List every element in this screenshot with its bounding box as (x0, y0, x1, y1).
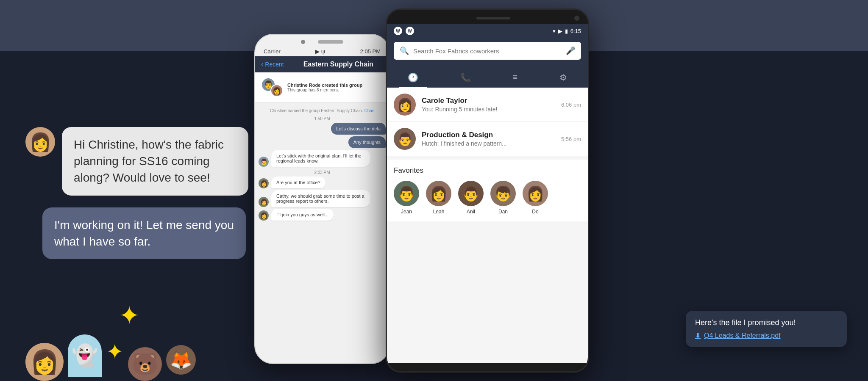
file-notif-link[interactable]: ⬇ Q4 Leads & Referrals.pdf (695, 331, 837, 340)
msg-right-2: Any thoughts (259, 136, 386, 148)
wifi-icon: ▾ (553, 28, 556, 34)
iphone-notch (255, 35, 389, 47)
msg-left-1: 👨 Let's stick with the original plan. I'… (259, 150, 386, 167)
fav-item-leah[interactable]: 👩 Leah (426, 181, 451, 215)
fav-avatar-leah: 👩 (426, 181, 451, 206)
sender-avatar-emoji: 👩 (29, 132, 51, 152)
system-message: Christine named the group Eastern Supply… (259, 108, 386, 113)
tab-phone[interactable]: 📞 (452, 69, 479, 87)
woman-emoji: 👩 (30, 348, 59, 376)
group-members-text: This group has 6 members. (287, 88, 362, 92)
back-arrow-icon[interactable]: ‹ (261, 61, 263, 68)
conv-preview-carole: You: Running 5 minutes late! (422, 106, 555, 113)
msg-left-2: 👩 Are you at the office? (259, 177, 386, 188)
tab-list[interactable]: ≡ (504, 69, 526, 87)
iphone-group-header: 👨 👩 Christine Rode created this group Th… (255, 72, 389, 102)
microphone-icon[interactable]: 🎤 (566, 46, 575, 55)
file-name[interactable]: Q4 Leads & Referrals.pdf (704, 332, 781, 340)
android-status-left: W W (394, 27, 414, 35)
msg-bubble-right-2: Any thoughts (348, 136, 386, 148)
file-notif-message: Here's the file I promised you! (695, 318, 837, 327)
signal-icon: ▶ (558, 28, 562, 34)
character-ghost: 👻 (68, 334, 102, 377)
star-decoration: ✦ (119, 301, 140, 330)
iphone-messages: Christine named the group Eastern Supply… (255, 102, 389, 340)
conversation-item-prod[interactable]: 👨 Production & Design Hutch: I finished … (387, 122, 588, 156)
time-label-1: 1:50 PM (259, 116, 386, 121)
fav-avatar-do: 👩 (523, 181, 548, 206)
tab-settings[interactable]: ⚙ (551, 69, 576, 87)
file-notification: Here's the file I promised you! ⬇ Q4 Lea… (686, 311, 847, 347)
tab-history[interactable]: 🕐 (399, 69, 427, 87)
iphone-carrier: Carrier (264, 48, 281, 55)
sender-avatar: 👩 (25, 127, 55, 157)
characters-row: 👩 👻 ✦ 🐻 🦊 (25, 334, 196, 381)
fav-avatar-jean: 👨 (394, 181, 419, 206)
iphone-time: 2:05 PM (360, 48, 381, 55)
android-logo-2: W (406, 27, 414, 35)
msg-left-avatar-4: 👩 (259, 210, 269, 221)
iphone-nav-back[interactable]: Recent (265, 61, 284, 68)
iphone-speaker (318, 40, 343, 44)
character-bear2: 🦊 (166, 345, 196, 375)
fav-item-do[interactable]: 👩 Do (523, 181, 548, 215)
iphone-wifi: ▶ ψ (315, 48, 325, 55)
outgoing-bubble: I'm working on it! Let me send you what … (42, 207, 271, 259)
group-avatar-2: 👩 (270, 84, 283, 97)
fav-avatar-dan: 👦 (490, 181, 516, 206)
iphone-camera (301, 40, 305, 44)
android-speaker (476, 17, 510, 19)
bear2-emoji: 🦊 (170, 350, 192, 370)
ghost-emoji: 👻 (72, 343, 98, 368)
fav-item-dan[interactable]: 👦 Dan (490, 181, 516, 215)
conv-avatar-carole: 👩 (394, 94, 416, 116)
fav-avatar-anil: 👨 (458, 181, 484, 206)
scene: 👩 Hi Christine, how's the fabric plannin… (0, 0, 868, 381)
msg-left-avatar-1: 👨 (259, 157, 269, 167)
android-camera (574, 16, 579, 21)
fav-item-anil[interactable]: 👨 Anil (458, 181, 484, 215)
conv-avatar-prod: 👨 (394, 128, 416, 150)
conv-info-carole: Carole Taylor You: Running 5 minutes lat… (422, 97, 555, 113)
group-info: Christine Rode created this group This g… (287, 83, 362, 92)
bear1-emoji: 🐻 (132, 352, 158, 376)
msg-left-3: 👩 Cathy, we should grab some time to pos… (259, 190, 386, 207)
character-woman: 👩 (25, 343, 64, 381)
character-bear1: 🐻 (128, 347, 162, 381)
outgoing-bubble-text: I'm working on it! Let me send you what … (42, 207, 246, 259)
android-content: 👩 Carole Taylor You: Running 5 minutes l… (387, 88, 588, 363)
android-status-bar: W W ▾ ▶ ▮ 6:15 (387, 24, 588, 38)
android-tabs: 🕐 📞 ≡ ⚙ (387, 64, 588, 88)
iphone-device: Carrier ▶ ψ 2:05 PM ‹ Recent Eastern Sup… (254, 34, 390, 364)
android-device: W W ▾ ▶ ▮ 6:15 🔍 🎤 🕐 📞 (386, 8, 589, 373)
group-avatars: 👨 👩 (261, 77, 283, 97)
fav-name-anil: Anil (467, 209, 475, 215)
conv-info-prod: Production & Design Hutch: I finished a … (422, 131, 555, 147)
android-search-bar[interactable]: 🔍 🎤 (394, 42, 581, 60)
conv-preview-prod: Hutch: I finished a new pattern... (422, 140, 555, 147)
msg-bubble-left-1: Let's stick with the original plan. I'll… (271, 150, 370, 167)
fav-item-jean[interactable]: 👨 Jean (394, 181, 419, 215)
iphone-nav-bar: ‹ Recent Eastern Supply Chain (255, 56, 389, 72)
android-search-section: 🔍 🎤 (387, 38, 588, 64)
conv-time-prod: 5:56 pm (561, 136, 581, 142)
msg-bubble-left-4: I'll join you guys as well... (271, 209, 334, 221)
msg-bubble-left-3: Cathy, we should grab some time to post … (271, 190, 370, 207)
msg-bubble-left-2: Are you at the office? (271, 177, 326, 188)
battery-icon: ▮ (565, 28, 568, 34)
android-top (387, 10, 588, 24)
android-time: 6:15 (570, 28, 581, 34)
fav-name-do: Do (532, 209, 538, 215)
conversation-item-carole[interactable]: 👩 Carole Taylor You: Running 5 minutes l… (387, 88, 588, 122)
android-logo-1: W (394, 27, 402, 35)
search-input[interactable] (413, 47, 562, 55)
download-icon: ⬇ (695, 331, 701, 340)
msg-left-4: 👩 I'll join you guys as well... (259, 209, 386, 221)
system-link[interactable]: Chan (364, 108, 375, 113)
incoming-bubble-text: Hi Christine, how's the fabric planning … (62, 127, 248, 196)
favorites-row: 👨 Jean 👩 Leah 👨 Anil 👦 Dan (394, 181, 581, 215)
msg-bubble-right-1: Let's discuss the dela (331, 123, 386, 135)
msg-left-avatar-3: 👩 (259, 197, 269, 207)
favorites-title: Favorites (394, 166, 581, 175)
conv-name-carole: Carole Taylor (422, 97, 555, 105)
